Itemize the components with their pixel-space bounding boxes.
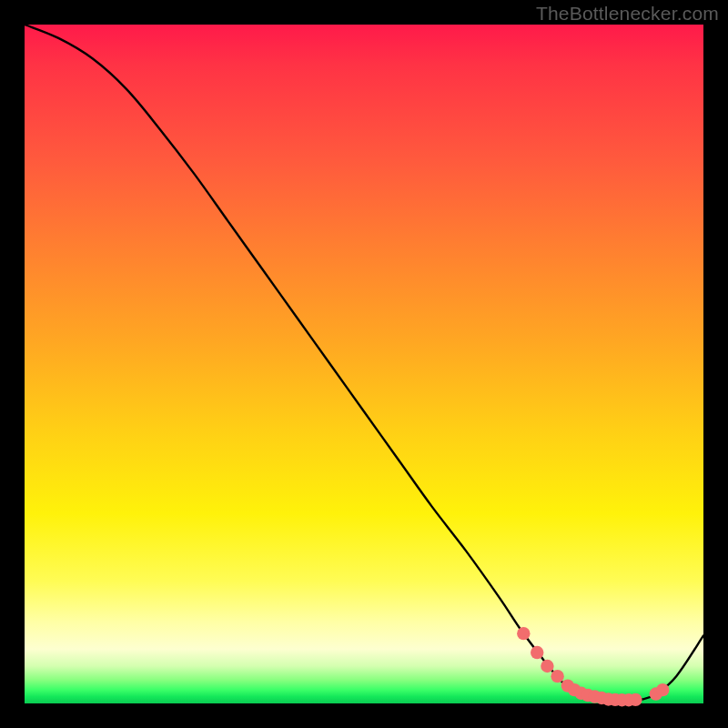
chart-frame: TheBottlenecker.com <box>0 0 728 728</box>
watermark-text: TheBottlenecker.com <box>536 3 719 25</box>
bottleneck-curve-path <box>25 25 703 700</box>
marker-point <box>531 646 543 659</box>
marker-point <box>656 683 669 696</box>
curve-svg <box>25 25 703 703</box>
marker-point <box>517 627 530 640</box>
marker-group <box>517 627 669 707</box>
marker-point <box>541 660 553 672</box>
marker-point <box>551 670 563 682</box>
marker-point <box>629 693 642 706</box>
plot-area <box>25 25 703 703</box>
